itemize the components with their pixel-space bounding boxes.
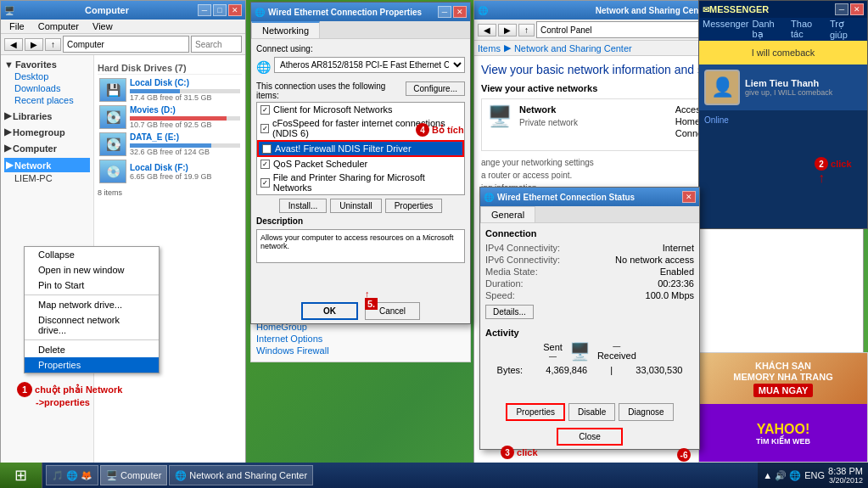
item-multiplexor[interactable]: ▲ Microsoft Network Adapter Multiplexor … <box>257 194 464 195</box>
install-button[interactable]: Install... <box>279 199 327 213</box>
nsc-forward[interactable]: ▶ <box>498 24 517 36</box>
clock: 8:38 PM 3/20/2012 <box>828 466 863 485</box>
libraries-header[interactable]: ▶ Libraries <box>4 109 90 122</box>
taskbar-explorer[interactable]: 🖥️ Computer <box>100 465 167 485</box>
search-input[interactable] <box>191 36 242 53</box>
msn-menu-danhba[interactable]: Danh bạ <box>752 19 787 40</box>
ctx-disconnect[interactable]: Disconnect network drive... <box>25 312 159 338</box>
description-box: Allows your computer to access resources… <box>256 229 465 263</box>
status-title: Wired Ethernet Connection Status <box>497 193 680 202</box>
diagnose-button[interactable]: Diagnose <box>619 403 673 421</box>
computer-section: ▶ Computer <box>4 142 90 154</box>
cb-fileprint[interactable]: ✓ <box>260 178 270 188</box>
msn-menu-thaotac[interactable]: Thao tác <box>791 19 826 40</box>
taskbar-nsc[interactable]: 🌐 Network and Sharing Center <box>169 465 313 485</box>
cb-qos[interactable]: ✓ <box>260 160 270 169</box>
nav-items[interactable]: Items <box>478 43 501 53</box>
maximize-button[interactable]: □ <box>213 4 227 16</box>
uninstall-button[interactable]: Uninstall <box>330 199 381 213</box>
drive-c-icon: 💾 <box>99 78 126 102</box>
details-button[interactable]: Details... <box>485 305 534 319</box>
close-button[interactable]: ✕ <box>228 4 242 16</box>
liem-pc-item[interactable]: LIEM-PC <box>4 172 90 184</box>
drive-e-size: 32.6 GB free of 124 GB <box>130 148 240 156</box>
computer-menu[interactable]: Computer <box>33 20 84 32</box>
ctx-divider-1 <box>25 294 159 295</box>
back-button[interactable]: ◀ <box>4 38 23 51</box>
drive-e[interactable]: 💽 DATA_E (E:) 32.6 GB free of 124 GB <box>98 131 242 158</box>
explorer-title: Computer <box>18 5 196 15</box>
status-dialog: 🌐 Wired Ethernet Connection Status ✕ Gen… <box>479 187 700 450</box>
msn-close[interactable]: ✕ <box>850 3 864 15</box>
speed-row: Speed: 100.0 Mbps <box>485 289 694 301</box>
see-also-internet[interactable]: Internet Options <box>256 333 465 345</box>
item-client[interactable]: ✓ Client for Microsoft Networks <box>257 103 464 116</box>
ok-button[interactable]: OK <box>301 302 358 320</box>
sidebar-recent[interactable]: Recent places <box>4 94 90 106</box>
ok-cancel-row: OK Cancel <box>251 299 470 323</box>
cb-client[interactable]: ✓ <box>260 105 270 115</box>
ctx-properties[interactable]: Properties <box>25 357 159 373</box>
item-fileprint[interactable]: ✓ File and Printer Sharing for Microsoft… <box>257 171 464 194</box>
msn-menu-trogiup[interactable]: Trợ giúp <box>830 19 864 40</box>
status-close-x[interactable]: ✕ <box>682 191 696 203</box>
disable-button[interactable]: Disable <box>568 403 615 421</box>
duration-label: Duration: <box>485 278 524 289</box>
network-sidebar-item[interactable]: ▶ Network <box>4 158 90 172</box>
forward-button[interactable]: ▶ <box>25 38 43 51</box>
yahoo-label: YAHOO! <box>757 422 810 437</box>
ctx-open-new[interactable]: Open in new window <box>25 262 159 278</box>
nsc-up[interactable]: ↑ <box>518 24 535 36</box>
network-name: Network <box>519 104 669 115</box>
see-also-firewall[interactable]: Windows Firewall <box>256 345 465 356</box>
properties-button[interactable]: Properties <box>506 403 565 421</box>
msn-ad-text: I will comeback <box>752 48 815 58</box>
msn-menu-messenger[interactable]: Messenger <box>703 19 748 40</box>
media-row: Media State: Enabled <box>485 266 694 278</box>
eth-close-button[interactable]: ✕ <box>453 6 467 18</box>
ctx-delete[interactable]: Delete <box>25 342 159 357</box>
memory-label: MEMORY NHA TRANG <box>733 372 833 382</box>
tray-icons: ▲ 🔊 🌐 <box>763 470 801 481</box>
start-button[interactable]: ⊞ <box>0 463 42 488</box>
item-qos[interactable]: ✓ QoS Packet Scheduler <box>257 157 464 171</box>
ctx-collapse[interactable]: Collapse <box>25 247 159 262</box>
favorites-header[interactable]: ▼ Favorites <box>4 59 90 70</box>
eth-properties-button[interactable]: Properties <box>385 199 443 213</box>
item-avast[interactable]: ✓ Avast! Firewall NDIS Filter Driver <box>257 140 464 157</box>
close-button[interactable]: Close <box>557 428 623 446</box>
adapter-dropdown[interactable]: Atheros AR8152/8158 PCI-E Fast Ethernet … <box>274 57 465 73</box>
cancel-button[interactable]: Cancel <box>365 302 420 320</box>
msn-titlebar: ✉ MESSENGER ─ ✕ <box>699 1 867 18</box>
minimize-button[interactable]: ─ <box>198 4 211 16</box>
favorites-section: ▼ Favorites Desktop Downloads Recent pla… <box>4 59 90 106</box>
ctx-map-drive[interactable]: Map network drive... <box>25 297 159 312</box>
up-button[interactable]: ↑ <box>45 38 61 51</box>
file-menu[interactable]: File <box>4 20 30 32</box>
general-tab[interactable]: General <box>480 206 535 222</box>
nsc-back[interactable]: ◀ <box>478 24 496 36</box>
networking-tab[interactable]: Networking <box>251 21 320 38</box>
view-menu[interactable]: View <box>87 20 118 32</box>
homegroup-header[interactable]: ▶ Homegroup <box>4 126 90 138</box>
address-bar[interactable] <box>63 36 189 53</box>
yahoo-sub: TÌM KIẾM WEB <box>756 437 810 446</box>
cb-avast[interactable]: ✓ <box>262 144 272 154</box>
eth-min-button[interactable]: ─ <box>438 6 451 18</box>
sidebar-desktop[interactable]: Desktop <box>4 70 90 82</box>
item-cfosspeed-label: cFosSpeed for faster internet connection… <box>272 118 461 138</box>
date: 3/20/2012 <box>828 476 863 485</box>
taskbar-app-icons[interactable]: 🎵🌐🦊 <box>46 465 98 485</box>
ipv4-value: Internet <box>663 243 694 253</box>
cb-cfosspeed[interactable]: ✓ <box>260 124 269 133</box>
sidebar-downloads[interactable]: Downloads <box>4 82 90 94</box>
configure-button[interactable]: Configure... <box>406 81 465 96</box>
computer-header[interactable]: ▶ Computer <box>4 142 90 154</box>
item-cfosspeed[interactable]: ✓ cFosSpeed for faster internet connecti… <box>257 116 464 140</box>
nav-nsc[interactable]: Network and Sharing Center <box>514 43 632 53</box>
drive-f[interactable]: 💿 Local Disk (F:) 6.65 GB free of 19.9 G… <box>98 158 242 185</box>
drive-c[interactable]: 💾 Local Disk (C:) 17.4 GB free of 31.5 G… <box>98 76 242 104</box>
drive-d[interactable]: 💽 Movies (D:) 10.7 GB free of 92.5 GB <box>98 104 242 131</box>
msn-min[interactable]: ─ <box>835 3 848 15</box>
ctx-pin[interactable]: Pin to Start <box>25 278 159 293</box>
